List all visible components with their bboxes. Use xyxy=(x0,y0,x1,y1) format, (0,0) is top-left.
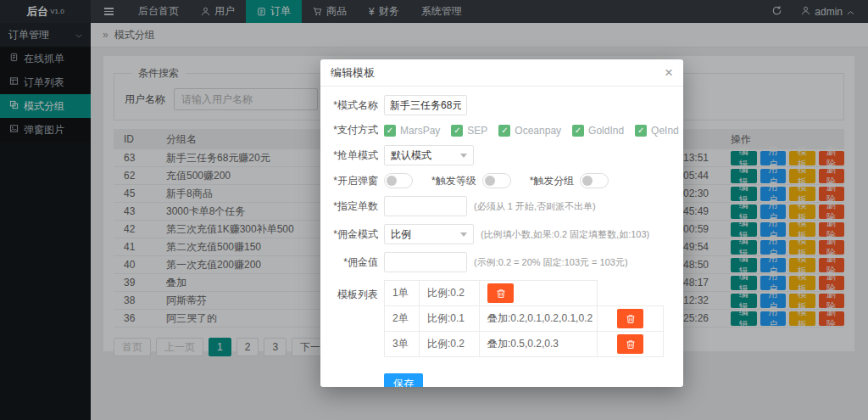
template-row: 1单 比例:0.2 xyxy=(384,280,664,306)
close-icon[interactable]: × xyxy=(665,65,673,80)
order-count-hint: (必须从 1 开始,否则派不出单) xyxy=(474,200,596,213)
template-row: 3单 比例:0.2 叠加:0.5,0.2,0.3 xyxy=(384,331,664,357)
template-order: 3单 xyxy=(384,331,420,357)
commission-mode-label: *佣金模式 xyxy=(326,227,378,242)
pay-method-options: ✓MarsPay ✓SEP ✓Oceanpay ✓GoldInd ✓QeInd xyxy=(384,125,683,137)
level-toggle[interactable] xyxy=(482,173,511,188)
commission-mode-hint: (比例填小数,如果:0.2 固定填整数,如:103) xyxy=(481,228,649,241)
template-ratio: 比例:0.2 xyxy=(419,331,480,357)
commission-mode-value: 比例 xyxy=(391,227,411,242)
edit-template-modal: 编辑模板 × *模式名称 *支付方式 ✓MarsPay ✓SEP ✓Oceanp… xyxy=(320,59,683,387)
template-row: 2单 比例:0.1 叠加:0.2,0.1,0.2,0.1,0.2 xyxy=(384,305,664,332)
grab-mode-label: *抢单模式 xyxy=(326,148,378,163)
mode-name-label: *模式名称 xyxy=(326,98,378,113)
checkbox-qeind[interactable]: ✓ xyxy=(635,125,647,137)
checkbox-label: MarsPay xyxy=(400,125,440,137)
trigger-group-toggle[interactable] xyxy=(580,173,609,188)
template-stack-cell xyxy=(479,280,598,306)
mode-name-input[interactable] xyxy=(384,95,467,115)
pay-method-label: *支付方式 xyxy=(326,123,378,137)
template-list-label: 模板列表 xyxy=(326,288,378,302)
checkbox-label: QeInd xyxy=(651,125,679,137)
checkbox-sep[interactable]: ✓ xyxy=(451,125,463,137)
checkbox-marspay[interactable]: ✓ xyxy=(384,125,396,137)
delete-template-button[interactable] xyxy=(487,283,514,303)
modal-header: 编辑模板 × xyxy=(320,59,683,87)
commission-mode-select[interactable]: 比例 xyxy=(384,224,474,244)
checkbox-oceanpay[interactable]: ✓ xyxy=(498,125,510,137)
checkbox-label: SEP xyxy=(467,125,487,137)
modal-body: *模式名称 *支付方式 ✓MarsPay ✓SEP ✓Oceanpay ✓Gol… xyxy=(320,87,683,387)
template-ratio: 比例:0.2 xyxy=(419,280,480,306)
delete-template-button[interactable] xyxy=(617,309,643,328)
order-count-input[interactable] xyxy=(384,196,467,216)
checkbox-goldind[interactable]: ✓ xyxy=(572,125,584,137)
modal-title: 编辑模板 xyxy=(331,65,375,81)
commission-value-hint: (示例:0.2 = 20% 固定:103元 = 103元) xyxy=(474,256,628,269)
popup-toggle[interactable] xyxy=(384,173,413,188)
template-action-cell xyxy=(597,305,664,332)
commission-value-input[interactable] xyxy=(384,252,467,272)
grab-mode-value: 默认模式 xyxy=(391,148,431,163)
caret-down-icon xyxy=(460,154,467,158)
template-order: 2单 xyxy=(384,305,420,332)
popup-toggle-label: *开启弹窗 xyxy=(326,174,378,188)
template-stack: 叠加:0.5,0.2,0.3 xyxy=(479,331,598,357)
level-toggle-label: *触发等级 xyxy=(431,174,476,188)
order-count-label: *指定单数 xyxy=(326,199,378,214)
template-list-table: 1单 比例:0.2 2单 比例:0.1 叠加:0.2,0.1,0.2,0.1,0… xyxy=(384,280,664,357)
checkbox-label: GoldInd xyxy=(588,125,624,137)
delete-template-button[interactable] xyxy=(617,334,643,354)
grab-mode-select[interactable]: 默认模式 xyxy=(384,145,474,165)
caret-down-icon xyxy=(460,232,467,237)
checkbox-label: Oceanpay xyxy=(515,125,561,137)
save-button[interactable]: 保存 xyxy=(384,373,423,387)
template-ratio: 比例:0.1 xyxy=(419,305,480,332)
template-order: 1单 xyxy=(384,280,420,306)
app-window: 后台V1.0 后台首页 用户 订单 商品 ¥ 财务 系统管理 xyxy=(0,0,868,420)
template-action-cell xyxy=(597,331,664,357)
commission-value-label: *佣金值 xyxy=(326,255,378,270)
template-stack: 叠加:0.2,0.1,0.2,0.1,0.2 xyxy=(479,305,598,332)
trigger-group-toggle-label: *触发分组 xyxy=(530,174,575,188)
